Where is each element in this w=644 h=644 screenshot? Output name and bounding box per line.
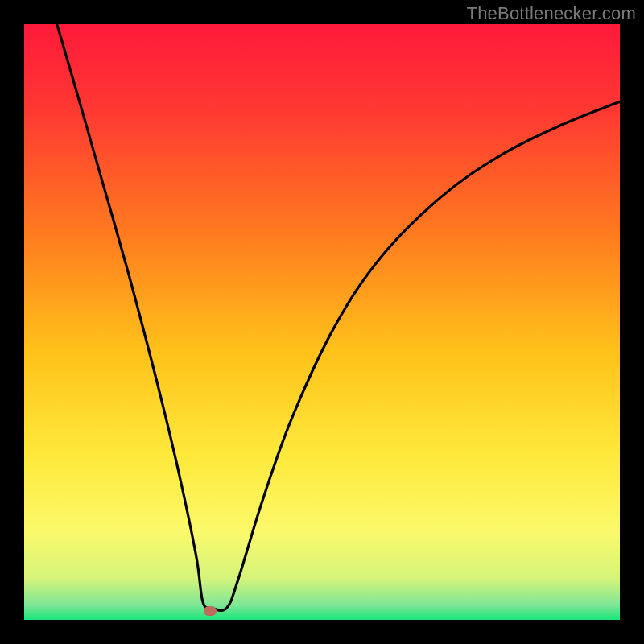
- optimal-point-marker: [204, 606, 217, 616]
- plot-area: [24, 24, 620, 620]
- watermark-text: TheBottlenecker.com: [467, 3, 636, 24]
- bottleneck-curve: [24, 24, 620, 620]
- chart-frame: TheBottlenecker.com: [0, 0, 644, 644]
